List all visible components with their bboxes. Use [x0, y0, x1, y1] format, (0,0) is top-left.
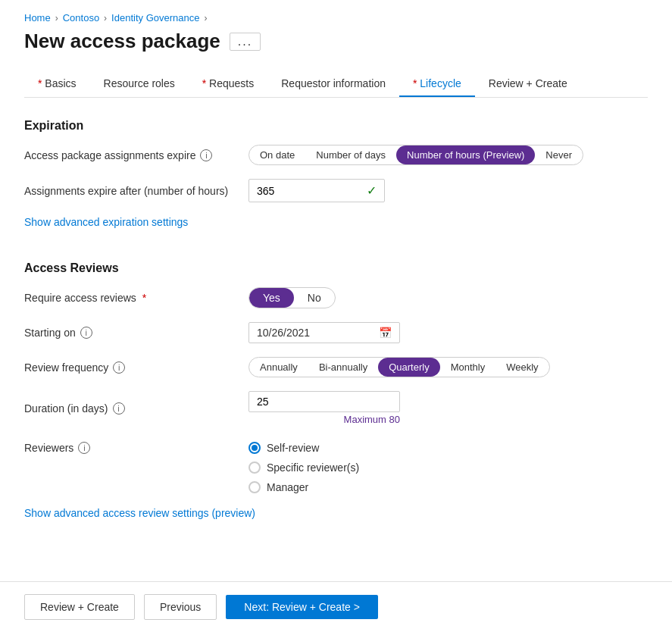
radio-manager[interactable]: Manager [248, 481, 359, 493]
assignments-expire-info-icon[interactable]: i [200, 149, 212, 161]
tabs-nav: Basics Resource roles Requests Requestor… [24, 71, 648, 98]
radio-circle-specific [248, 461, 261, 474]
expiration-title: Expiration [24, 119, 648, 133]
duration-row: Duration (in days) i Maximum 80 [24, 391, 648, 425]
footer: Review + Create Previous Next: Review + … [0, 581, 672, 632]
access-reviews-section: Access Reviews Require access reviews * … [24, 261, 648, 534]
breadcrumb-sep1: › [55, 13, 58, 23]
duration-input-wrapper [248, 391, 400, 412]
starting-on-row: Starting on i 10/26/2021 📅 [24, 322, 648, 343]
breadcrumb-home[interactable]: Home [24, 12, 51, 23]
tab-lifecycle[interactable]: Lifecycle [399, 71, 475, 97]
breadcrumb-sep3: › [204, 13, 207, 23]
require-reviews-row: Require access reviews * Yes No [24, 287, 648, 308]
required-star: * [142, 292, 146, 304]
radio-circle-manager [248, 481, 261, 493]
reviewers-radio-group: Self-review Specific reviewer(s) Manager [248, 442, 359, 493]
expire-btn-ondate[interactable]: On date [249, 145, 305, 164]
yes-button[interactable]: Yes [249, 288, 294, 308]
check-icon: ✓ [367, 183, 377, 198]
radio-label-manager: Manager [267, 481, 308, 493]
previous-button[interactable]: Previous [144, 594, 217, 620]
expire-btn-numhours[interactable]: Number of hours (Preview) [396, 145, 535, 164]
require-reviews-label: Require access reviews * [24, 292, 236, 304]
starting-on-info-icon[interactable]: i [80, 327, 92, 339]
expire-after-row: Assignments expire after (number of hour… [24, 179, 648, 202]
freq-monthly[interactable]: Monthly [440, 358, 496, 377]
tab-review-create[interactable]: Review + Create [475, 71, 581, 97]
tab-requests[interactable]: Requests [189, 71, 268, 97]
duration-input[interactable] [257, 396, 392, 408]
date-value: 10/26/2021 [257, 327, 310, 339]
show-advanced-expiration-link[interactable]: Show advanced expiration settings [24, 216, 188, 228]
access-reviews-title: Access Reviews [24, 261, 648, 275]
expire-toggle-group: On date Number of days Number of hours (… [248, 145, 583, 165]
duration-info-icon[interactable]: i [113, 402, 125, 415]
frequency-toggle-group: Annually Bi-annually Quarterly Monthly W… [248, 357, 550, 377]
reviewers-info-icon[interactable]: i [78, 442, 90, 454]
expiration-section: Expiration Access package assignments ex… [24, 119, 648, 243]
review-create-button[interactable]: Review + Create [24, 594, 135, 620]
radio-self-review[interactable]: Self-review [248, 442, 359, 454]
expire-after-label: Assignments expire after (number of hour… [24, 185, 236, 197]
freq-quarterly[interactable]: Quarterly [378, 358, 439, 377]
yes-no-toggle: Yes No [248, 287, 336, 308]
assignments-expire-row: Access package assignments expire i On d… [24, 145, 648, 165]
review-frequency-label: Review frequency i [24, 361, 236, 374]
starting-on-date-input[interactable]: 10/26/2021 📅 [248, 322, 400, 343]
freq-weekly[interactable]: Weekly [495, 358, 549, 377]
duration-wrapper: Maximum 80 [248, 391, 400, 425]
freq-bi-annually[interactable]: Bi-annually [308, 358, 378, 377]
radio-label-specific: Specific reviewer(s) [267, 461, 359, 474]
frequency-info-icon[interactable]: i [113, 361, 125, 374]
radio-circle-self [248, 442, 261, 454]
duration-label: Duration (in days) i [24, 402, 236, 415]
radio-label-self: Self-review [267, 442, 319, 454]
review-frequency-row: Review frequency i Annually Bi-annually … [24, 357, 648, 377]
assignments-expire-label: Access package assignments expire i [24, 149, 236, 161]
show-advanced-review-link[interactable]: Show advanced access review settings (pr… [24, 507, 255, 519]
reviewers-row: Reviewers i Self-review Specific reviewe… [24, 439, 648, 493]
duration-max-label: Maximum 80 [248, 414, 400, 425]
breadcrumb: Home › Contoso › Identity Governance › [24, 12, 648, 23]
expire-btn-numdays[interactable]: Number of days [305, 145, 396, 164]
freq-annually[interactable]: Annually [249, 358, 308, 377]
tab-resource-roles[interactable]: Resource roles [90, 71, 189, 97]
tab-basics[interactable]: Basics [24, 71, 90, 97]
breadcrumb-ig[interactable]: Identity Governance [111, 12, 199, 23]
radio-specific-reviewer[interactable]: Specific reviewer(s) [248, 461, 359, 474]
breadcrumb-sep2: › [104, 13, 107, 23]
expire-btn-never[interactable]: Never [535, 145, 583, 164]
no-button[interactable]: No [294, 288, 335, 308]
reviewers-label: Reviewers i [24, 442, 236, 454]
next-button[interactable]: Next: Review + Create > [226, 595, 378, 619]
starting-on-label: Starting on i [24, 327, 236, 339]
hours-input-wrapper: ✓ [248, 179, 385, 202]
more-button[interactable]: ... [230, 33, 261, 51]
hours-input[interactable] [257, 185, 361, 197]
tab-requestor-info[interactable]: Requestor information [267, 71, 399, 97]
breadcrumb-contoso[interactable]: Contoso [63, 12, 99, 23]
page-title: New access package [24, 30, 220, 53]
calendar-icon: 📅 [379, 327, 392, 339]
